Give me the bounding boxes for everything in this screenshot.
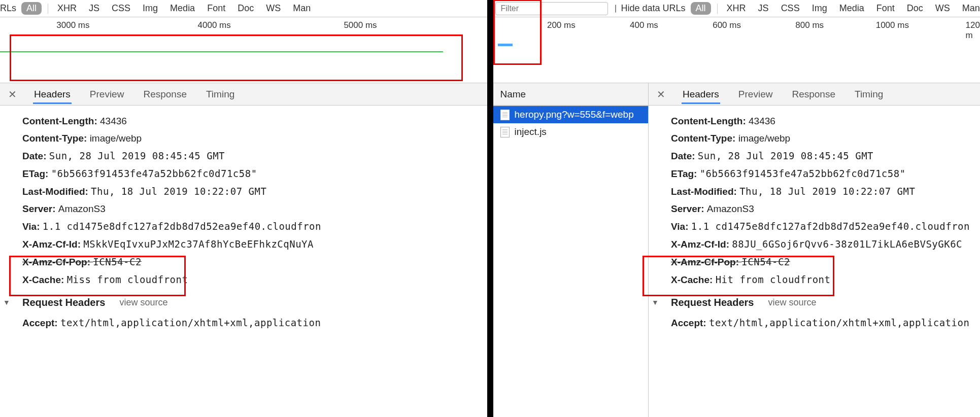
hide-data-urls-label: a URLs <box>0 3 16 14</box>
request-name: inject.js <box>515 126 547 137</box>
hide-data-urls-checkbox[interactable] <box>615 5 616 13</box>
header-key: Server: <box>671 203 707 214</box>
collapse-icon[interactable]: ▼ <box>652 294 659 311</box>
header-key: X-Amz-Cf-Pop: <box>671 257 741 267</box>
tab-headers[interactable]: Headers <box>33 85 72 104</box>
header-row: ETag: "6b5663f91453fe47a52bb62fc0d71c58" <box>671 165 970 183</box>
header-value: Hit from cloudfront <box>716 274 831 285</box>
header-value: 43436 <box>749 116 775 126</box>
header-row: Content-Type: image/webp <box>22 130 477 147</box>
header-value: 88JU_6GSoj6rQvv6-38z01L7ikLA6eBVSyGK6C <box>732 238 962 250</box>
header-key: Last-Modified: <box>22 186 91 197</box>
header-key: X-Amz-Cf-Pop: <box>22 257 93 267</box>
view-source-link[interactable]: view source <box>768 294 816 311</box>
header-key: ETag: <box>22 168 51 179</box>
filter-type-man[interactable]: Man <box>959 2 980 15</box>
filter-type-all[interactable]: All <box>691 2 711 15</box>
header-row: Server: AmazonS3 <box>671 200 970 218</box>
network-timeline[interactable]: 3000 ms 4000 ms 5000 ms <box>0 17 487 83</box>
file-icon <box>500 110 510 120</box>
header-value: 1.1 cd1475e8dfc127af2db8d7d52ea9ef40.clo… <box>691 221 970 232</box>
header-row: X-Amz-Cf-Id: 88JU_6GSoj6rQvv6-38z01L7ikL… <box>671 235 970 253</box>
header-row: Date: Sun, 28 Jul 2019 08:45:45 GMT <box>22 147 477 165</box>
header-row: Date: Sun, 28 Jul 2019 08:45:45 GMT <box>671 147 970 165</box>
header-row: Last-Modified: Thu, 18 Jul 2019 10:22:07… <box>671 183 970 200</box>
header-key: X-Cache: <box>671 274 716 285</box>
header-row: Via: 1.1 cd1475e8dfc127af2db8d7d52ea9ef4… <box>22 218 477 235</box>
filter-type-css[interactable]: CSS <box>778 2 803 15</box>
tab-timing[interactable]: Timing <box>205 85 235 104</box>
header-row: Via: 1.1 cd1475e8dfc127af2db8d7d52ea9ef4… <box>671 218 970 235</box>
header-value: ICN54-C2 <box>93 256 142 267</box>
view-source-link[interactable]: view source <box>119 294 167 311</box>
header-value: image/webp <box>90 133 142 144</box>
filter-type-doc[interactable]: Doc <box>234 2 257 15</box>
header-value: 43436 <box>100 116 127 126</box>
filter-type-man[interactable]: Man <box>290 2 314 15</box>
header-key: Date: <box>22 151 49 161</box>
timeline-tick: 600 ms <box>713 20 741 30</box>
header-key: X-Cache: <box>22 274 67 285</box>
request-headers-title: Request Headers <box>671 294 754 311</box>
tab-preview[interactable]: Preview <box>89 85 125 104</box>
header-value: Thu, 18 Jul 2019 10:22:07 GMT <box>91 186 266 197</box>
tab-timing[interactable]: Timing <box>854 85 884 104</box>
close-icon[interactable]: ✕ <box>5 88 20 100</box>
header-row: Content-Length: 43436 <box>22 113 477 130</box>
details-tabs: ✕ HeadersPreviewResponseTiming <box>0 83 487 106</box>
filter-type-img[interactable]: Img <box>140 2 161 15</box>
header-row: Accept: text/html,application/xhtml+xml,… <box>22 314 477 332</box>
tab-response[interactable]: Response <box>142 85 188 104</box>
header-key: X-Amz-Cf-Id: <box>22 239 83 250</box>
filter-type-img[interactable]: Img <box>809 2 830 15</box>
header-value: 1.1 cd1475e8dfc127af2db8d7d52ea9ef40.clo… <box>43 221 321 232</box>
header-row: Accept: text/html,application/xhtml+xml,… <box>671 314 970 332</box>
header-value: text/html,application/xhtml+xml,applicat… <box>60 317 321 328</box>
filter-type-separator <box>48 4 48 14</box>
timeline-tick: 3000 ms <box>56 20 89 30</box>
request-row[interactable]: inject.js <box>493 123 649 141</box>
network-timeline[interactable]: 200 ms 400 ms 600 ms 800 ms 1000 ms 1200… <box>493 17 981 83</box>
request-row[interactable]: heropy.png?w=555&f=webp <box>493 106 649 123</box>
collapse-icon[interactable]: ▼ <box>3 294 10 311</box>
left-pane: a URLs AllXHRJSCSSImgMediaFontDocWSMan 3… <box>0 0 487 417</box>
filter-type-doc[interactable]: Doc <box>904 2 926 15</box>
tab-preview[interactable]: Preview <box>737 85 774 104</box>
header-value: MSkkVEqIvxuPJxM2c37Af8hYcBeEFhkzCqNuYA <box>83 238 314 250</box>
filter-type-all[interactable]: All <box>21 2 42 15</box>
filter-type-ws[interactable]: WS <box>263 2 284 15</box>
timeline-tick: 1200 m <box>965 20 980 41</box>
timeline-tick: 5000 ms <box>344 20 377 30</box>
header-row: X-Amz-Cf-Id: MSkkVEqIvxuPJxM2c37Af8hYcBe… <box>22 235 477 253</box>
name-column-label[interactable]: Name <box>500 89 526 100</box>
header-key: Accept: <box>671 318 706 328</box>
filter-type-xhr[interactable]: XHR <box>54 2 80 15</box>
filter-type-font[interactable]: Font <box>873 2 898 15</box>
filter-type-separator <box>717 4 718 14</box>
filter-type-media[interactable]: Media <box>167 2 198 15</box>
header-value: text/html,application/xhtml+xml,applicat… <box>709 317 969 328</box>
filter-type-media[interactable]: Media <box>836 2 867 15</box>
header-key: Via: <box>22 221 43 232</box>
header-key: Server: <box>22 203 58 214</box>
header-row: X-Cache: Hit from cloudfront <box>671 271 970 289</box>
header-key: Content-Type: <box>671 133 738 144</box>
filter-input[interactable] <box>495 2 608 15</box>
filter-type-xhr[interactable]: XHR <box>724 2 749 15</box>
close-icon[interactable]: ✕ <box>654 88 668 100</box>
header-value: image/webp <box>738 133 790 144</box>
header-row: X-Cache: Miss from cloudfront <box>22 271 477 289</box>
filter-type-css[interactable]: CSS <box>109 2 133 15</box>
annotation-box <box>10 34 462 82</box>
tab-headers[interactable]: Headers <box>682 85 720 104</box>
details-tabs: ✕ HeadersPreviewResponseTiming <box>649 83 980 106</box>
filter-type-js[interactable]: JS <box>86 2 103 15</box>
tab-response[interactable]: Response <box>791 85 836 104</box>
filter-type-font[interactable]: Font <box>204 2 228 15</box>
header-value: Thu, 18 Jul 2019 10:22:07 GMT <box>739 186 915 197</box>
filter-type-ws[interactable]: WS <box>932 2 953 15</box>
filter-type-js[interactable]: JS <box>755 2 772 15</box>
filter-bar: a URLs AllXHRJSCSSImgMediaFontDocWSMan <box>0 0 487 17</box>
timeline-tick: 400 ms <box>630 20 658 30</box>
header-key: Last-Modified: <box>671 186 739 197</box>
